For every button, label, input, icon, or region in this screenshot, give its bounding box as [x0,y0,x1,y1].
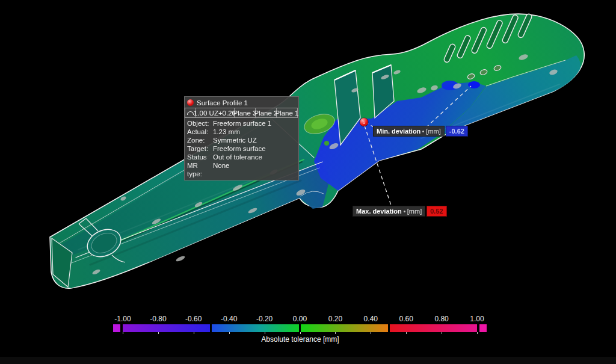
datum-plane-2: Plane 2 [255,108,277,118]
tooltip-row-actual: Actual: 1.23 mm [185,128,298,136]
tickmark [194,332,194,334]
row-value: Out of tolerance [213,153,296,161]
tooltip-row-status: Status Out of tolerance [185,153,298,161]
row-label: Status [187,153,213,161]
tickmark [406,332,407,334]
max-deviation-name: Max. deviation [356,208,402,215]
row-value: Symmetric UZ [213,136,296,144]
3d-viewport[interactable]: 1 [0,0,616,364]
datum-plane-3: Plane 3 [234,108,256,118]
tooltip-row-target: Target: Freeform surface [185,144,298,153]
tickmark [158,332,159,334]
row-value: Freeform surface [213,144,296,153]
min-deviation-text: Min. deviation [mm] [373,126,445,137]
tickmark [265,332,265,334]
colorbar-segment-3 [301,324,388,332]
colorbar-segment-1 [123,324,210,332]
tooltip-row-zone: Zone: Symmetric UZ [185,136,298,144]
dot-separator-icon [404,211,405,212]
min-deviation-label[interactable]: Min. deviation [mm] -0.62 [373,126,468,137]
min-deviation-name: Min. deviation [377,128,420,135]
tooltip-title-row: Surface Profile 1 [185,97,298,108]
row-value: None [213,161,296,178]
max-deviation-value: 0.52 [427,206,446,217]
dot-separator-icon [422,131,424,132]
colorbar-out-of-range-low [113,324,120,332]
tooltip-row-object: Object: Freeform surface 1 [185,119,298,128]
row-value: Freeform surface 1 [213,119,296,128]
tick-label: 0.00 [293,315,307,323]
row-label: Zone: [187,136,213,144]
colorbar-caption: Absolute tolerance [mm] [261,335,339,344]
tickmark [300,332,301,334]
row-value: 1.23 mm [213,128,296,136]
tickmark [442,332,442,334]
min-deviation-unit: [mm] [426,128,440,135]
tickmark [477,332,478,334]
tick-label: -0.40 [221,315,237,323]
measurement-marker[interactable]: 1 [360,118,368,126]
marker-index: 1 [363,121,365,125]
tooltip-row-mrtype: MR type: None [185,161,298,178]
tick-label: -0.60 [185,315,202,323]
colorbar-gradient[interactable] [113,324,488,332]
tick-label: 0.80 [434,315,448,323]
tickmark [371,332,371,334]
colorbar-segment-4 [390,324,477,332]
tick-label: -0.80 [150,315,166,323]
tick-label: 0.40 [364,315,378,323]
tick-label: -0.20 [256,315,273,323]
colorbar-segment-2 [212,324,299,332]
row-label: Object: [187,119,213,128]
tooltip-body: Object: Freeform surface 1 Actual: 1.23 … [185,118,298,180]
colorbar-out-of-range-high [479,324,487,332]
max-deviation-text: Max. deviation [mm] [353,206,425,217]
max-deviation-unit: [mm] [407,208,422,215]
red-sphere-icon [187,99,194,106]
datum-plane-1: Plane 1 [276,108,298,118]
max-deviation-label[interactable]: Max. deviation [mm] 0.52 [353,206,447,217]
part-model[interactable] [50,13,584,288]
tooltip-title: Surface Profile 1 [197,99,248,107]
tolerance-value: 1.00 UZ+0.20 [195,108,235,118]
tick-label: 0.20 [328,315,342,323]
min-deviation-spot [468,81,480,88]
row-label: Actual: [187,128,213,136]
tick-label: 0.60 [399,315,413,323]
tick-label: -1.00 [114,315,131,323]
tick-label: 1.00 [470,315,484,323]
row-label: Target: [187,144,213,153]
min-deviation-value: -0.62 [446,126,468,137]
tickmark [123,332,123,334]
tolerance-colorbar[interactable]: -1.00 -0.80 -0.60 -0.40 -0.20 0.00 0.20 … [113,315,488,346]
tickmark [229,332,230,334]
row-label: MR type: [187,161,213,178]
tickmark [335,332,336,334]
surface-profile-tooltip[interactable]: Surface Profile 1 1.00 UZ+0.20 Plane 3 P… [184,96,299,180]
tolerance-row: 1.00 UZ+0.20 Plane 3 Plane 2 Plane 1 [185,108,298,118]
